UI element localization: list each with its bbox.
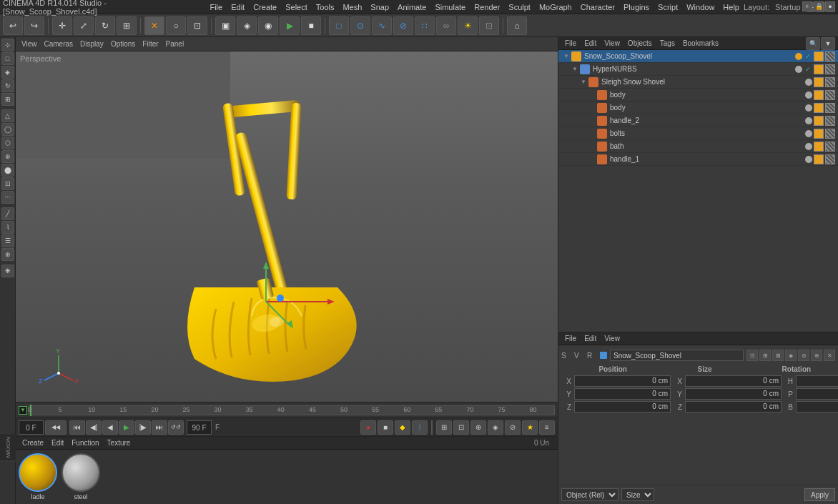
left-tool-11[interactable]: ⊡ (1, 177, 14, 190)
obj-arrow-sleigh[interactable]: ▼ (580, 79, 587, 86)
left-tool-1[interactable]: ⊹ (1, 39, 14, 51)
obj-row-body1[interactable]: ▶ body (558, 89, 838, 102)
left-tool-7[interactable]: ◯ (1, 123, 14, 136)
cube-tool[interactable]: □ (329, 16, 349, 35)
left-tool-4[interactable]: ↻ (1, 79, 14, 92)
menu-simulate[interactable]: Simulate (430, 0, 470, 14)
coord-mode-select[interactable]: Object (Rel) (561, 488, 618, 501)
cylinder-tool[interactable]: ⊙ (350, 16, 370, 35)
array-tool[interactable]: ∷ (415, 16, 435, 35)
scale-tool[interactable]: ⤢ (74, 16, 94, 35)
coord-btn-3[interactable]: ⊠ (772, 350, 784, 361)
coord-h-rot[interactable] (796, 375, 838, 387)
coord-apply-button[interactable]: Apply (804, 488, 835, 501)
obj-mat-2[interactable] (825, 51, 835, 61)
pb-play[interactable]: ▶ (119, 420, 134, 435)
current-frame-display[interactable]: 0 F (19, 420, 44, 435)
obj-check-hn[interactable]: ✓ (804, 65, 812, 74)
vt-display[interactable]: Display (77, 38, 107, 51)
obj-tool-3[interactable]: ◉ (258, 16, 278, 35)
coord-btn-6[interactable]: ⊕ (811, 350, 822, 361)
pb-info[interactable]: i (412, 420, 428, 435)
coord-menu-view[interactable]: View (601, 332, 623, 345)
spline-tool[interactable]: ∿ (372, 16, 392, 35)
mode-texture[interactable]: ⊡ (187, 16, 207, 35)
obj-mat-hn-1[interactable] (814, 64, 824, 74)
frame-step[interactable]: ◀◀ (45, 420, 66, 435)
obj-row-handle2[interactable]: ▶ handle_2 (558, 114, 838, 127)
coord-y-pos[interactable] (574, 388, 671, 400)
coord-y-size[interactable] (685, 388, 782, 400)
end-frame-display[interactable]: 90 F (187, 420, 212, 435)
motion-2[interactable]: ⊡ (453, 420, 469, 435)
menu-plugins[interactable]: Plugins (619, 0, 654, 14)
light-tool[interactable]: ☀ (458, 16, 478, 35)
coord-menu-edit[interactable]: Edit (581, 332, 600, 345)
obj-arrow-shovel[interactable]: ▼ (563, 53, 570, 60)
obj-dot-sleigh[interactable] (805, 79, 812, 86)
mat-menu-texture[interactable]: Texture (104, 437, 134, 450)
coord-btn-1[interactable]: ⊡ (746, 350, 758, 361)
obj-row-bolts[interactable]: ▶ bolts (558, 127, 838, 140)
left-tool-15[interactable]: ☰ (1, 234, 14, 247)
vt-view[interactable]: View (19, 38, 40, 51)
menu-help[interactable]: Help (719, 0, 744, 14)
rotate-tool[interactable]: ↻ (95, 16, 115, 35)
material-steel[interactable]: steel (61, 453, 100, 500)
field-tool[interactable]: ∞ (436, 16, 456, 35)
obj-mat-sleigh-2[interactable] (825, 77, 835, 87)
coord-p-rot[interactable] (796, 388, 838, 400)
pb-step-forward[interactable]: |▶ (135, 420, 151, 435)
vp-lock[interactable]: 🔒 (814, 1, 824, 11)
menu-character[interactable]: Character (576, 0, 619, 14)
vp-maximize[interactable]: + (802, 1, 812, 11)
left-tool-10[interactable]: ⬤ (1, 164, 14, 177)
play-scene[interactable]: ▶ (280, 16, 300, 35)
pb-to-start[interactable]: ⏮ (69, 420, 85, 435)
obj-menu-view[interactable]: View (601, 37, 623, 50)
obj-menu-edit[interactable]: Edit (581, 37, 600, 50)
menu-snap[interactable]: Snap (366, 0, 393, 14)
undo-button[interactable]: ↩ (3, 16, 23, 35)
coord-b-rot[interactable] (796, 401, 838, 412)
mat-menu-create[interactable]: Create (19, 437, 47, 450)
mode-model[interactable]: ✕ (144, 16, 164, 35)
obj-tool-2[interactable]: ◈ (237, 16, 257, 35)
coord-btn-7[interactable]: ✕ (824, 350, 835, 361)
coord-btn-2[interactable]: ⊞ (759, 350, 771, 361)
timeline-marker[interactable]: ▼ (19, 406, 27, 415)
pb-record[interactable]: ● (360, 420, 376, 435)
obj-row-shovel[interactable]: ▼ Snow_Scoop_Shovel ✓ (558, 50, 838, 63)
deformer-tool[interactable]: ⌂ (507, 16, 527, 35)
obj-search[interactable]: 🔍 (806, 37, 820, 50)
timeline-bar[interactable]: 0 5 10 15 20 25 30 35 40 45 50 55 60 65 … (28, 405, 555, 415)
motion-7[interactable]: ≡ (539, 420, 555, 435)
menu-tools[interactable]: Tools (312, 0, 339, 14)
menu-edit[interactable]: Edit (227, 0, 249, 14)
obj-dot-hn[interactable] (795, 66, 802, 73)
pb-keyframe[interactable]: ◆ (395, 420, 410, 435)
coord-z-size[interactable] (685, 401, 782, 412)
material-ladle[interactable]: ladle (19, 453, 57, 500)
left-tool-17[interactable]: ❋ (1, 265, 14, 277)
motion-5[interactable]: ⊘ (505, 420, 521, 435)
left-tool-14[interactable]: ⌇ (1, 221, 14, 234)
left-tool-9[interactable]: ⊛ (1, 150, 14, 163)
menu-mesh[interactable]: Mesh (338, 0, 366, 14)
obj-mat-hn-2[interactable] (825, 64, 835, 74)
left-tool-3[interactable]: ◈ (1, 66, 14, 79)
left-tool-6[interactable]: △ (1, 109, 14, 122)
obj-tool-1[interactable]: ▣ (215, 16, 235, 35)
obj-menu-tags[interactable]: Tags (656, 37, 679, 50)
coord-x-pos[interactable] (574, 375, 671, 387)
left-tool-8[interactable]: ⬡ (1, 137, 14, 149)
obj-row-bath[interactable]: ▶ bath (558, 140, 838, 153)
mode-object[interactable]: ○ (166, 16, 186, 35)
coord-btn-4[interactable]: ◈ (785, 350, 797, 361)
left-tool-12[interactable]: ⋯ (1, 191, 14, 204)
menu-mograph[interactable]: MoGraph (535, 0, 576, 14)
vt-filter[interactable]: Filter (139, 38, 161, 51)
motion-3[interactable]: ⊕ (470, 420, 486, 435)
3d-viewport[interactable]: Perspective X Y Z (16, 51, 558, 402)
obj-dot-shovel[interactable] (795, 53, 802, 60)
